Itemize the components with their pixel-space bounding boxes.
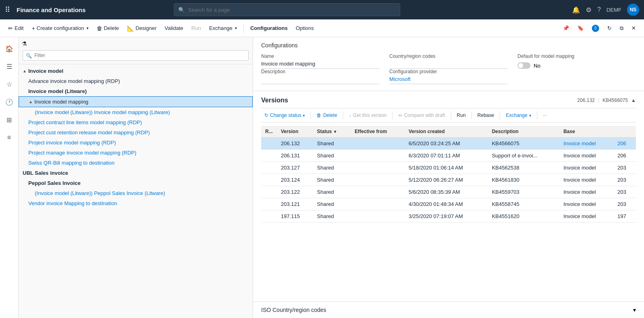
compare-draft-button[interactable]: ⇔ Compare with draft xyxy=(395,111,448,120)
search-input[interactable] xyxy=(188,7,396,13)
bookmark-icon[interactable]: 🔖 xyxy=(574,23,587,33)
edit-button[interactable]: ✏ Edit xyxy=(5,23,27,34)
table-cell: KB4562538 xyxy=(488,162,560,174)
tree-item[interactable]: ▲Invoice model xyxy=(19,66,253,76)
table-row[interactable]: 203.121Shared4/30/2020 01:48:34 AMKB4558… xyxy=(261,198,636,210)
search-box[interactable]: 🔍 xyxy=(174,3,400,16)
col-description: Description xyxy=(488,126,560,138)
top-nav-right: 🔔 ⚙ ? DEMF NS xyxy=(572,4,639,16)
change-status-button[interactable]: ↻ Change status ▾ xyxy=(261,111,308,120)
tree-item-label: (Invoice model (Litware)) Invoice model … xyxy=(35,109,170,115)
tree-item[interactable]: UBL Sales invoice xyxy=(19,168,253,178)
table-cell: Invoice model xyxy=(560,186,614,198)
tree-item-label: Swiss QR-Bill mapping to destination xyxy=(28,160,114,166)
tree-item[interactable]: (Invoice model (Litware)) Invoice model … xyxy=(19,107,253,117)
search-icon: 🔍 xyxy=(178,7,185,13)
delete-button[interactable]: 🗑 Delete xyxy=(93,23,122,34)
help-icon[interactable]: ? xyxy=(597,6,601,13)
tree-item-label: Project manage invoice model mapping (RD… xyxy=(28,150,136,156)
table-cell xyxy=(261,174,277,186)
designer-button[interactable]: 📐 Designer xyxy=(124,23,160,34)
chevron-up-icon[interactable]: ▲ xyxy=(631,98,636,103)
sidebar-menu-icon[interactable]: ☰ xyxy=(2,59,17,74)
description-field: Description xyxy=(261,69,380,84)
iso-section[interactable]: ISO Country/region codes ▾ xyxy=(253,301,644,318)
filter-icon[interactable]: ⚗ xyxy=(22,40,27,47)
table-cell: 203.121 xyxy=(277,198,313,210)
table-row[interactable]: 203.122Shared5/6/2020 08:35:39 AMKB45597… xyxy=(261,186,636,198)
tree-item[interactable]: Project cust retention release model map… xyxy=(19,127,253,138)
rebase-button[interactable]: Rebase xyxy=(474,111,497,120)
toggle-wrap: No xyxy=(517,62,636,69)
versions-delete-button[interactable]: 🗑 Delete xyxy=(313,111,340,120)
more-options-button[interactable]: ··· xyxy=(540,111,550,120)
table-cell: KB4566075 xyxy=(488,138,560,150)
col-effective-from: Effective from xyxy=(351,126,404,138)
sidebar-home-icon[interactable]: 🏠 xyxy=(2,41,17,56)
table-row[interactable]: 206.131Shared6/3/2020 07:01:11 AMSupport… xyxy=(261,150,636,162)
tree-item[interactable]: Peppol Sales Invoice xyxy=(19,178,253,188)
table-row[interactable]: 206.132Shared6/5/2020 03:24:25 AMKB45660… xyxy=(261,138,636,150)
separator xyxy=(243,23,244,33)
action-bar: ✏ Edit + Create configuration ▾ 🗑 Delete… xyxy=(0,19,644,37)
sidebar-favorites-icon[interactable]: ☆ xyxy=(2,77,17,91)
tree-item[interactable]: Project contract line items model mappin… xyxy=(19,117,253,127)
chevron-down-icon-iso: ▾ xyxy=(633,307,636,313)
tree-item[interactable]: Project invoice model mapping (RDP) xyxy=(19,138,253,148)
tree-item[interactable]: ▲Invoice model mapping xyxy=(19,96,253,107)
avatar[interactable]: NS xyxy=(627,4,639,16)
table-cell: KB4559703 xyxy=(488,186,560,198)
table-cell: 206 xyxy=(613,138,636,150)
versions-run-button[interactable]: Run xyxy=(454,111,469,120)
badge-icon[interactable]: 0 xyxy=(589,23,602,34)
table-row[interactable]: 203.124Shared5/12/2020 06:26:27 AMKB4561… xyxy=(261,174,636,186)
delete-icon: 🗑 xyxy=(97,25,102,32)
table-row[interactable]: 203.127Shared5/18/2020 01:06:14 AMKB4562… xyxy=(261,162,636,174)
tree-item-label: Project cust retention release model map… xyxy=(28,129,150,136)
table-cell xyxy=(351,162,404,174)
tree-toggle-icon[interactable]: ▲ xyxy=(29,100,33,104)
versions-exchange-button[interactable]: Exchange ▾ xyxy=(503,111,534,120)
tree-panel: ⚗ 🔍 ▲Invoice modelAdvance invoice model … xyxy=(19,37,253,318)
table-cell: Invoice model xyxy=(560,210,614,223)
table-cell: Shared xyxy=(313,186,351,198)
table-row[interactable]: 197.115Shared3/25/2020 07:19:07 AMKB4551… xyxy=(261,210,636,223)
settings-icon[interactable]: ⚙ xyxy=(586,6,591,14)
open-in-new-icon[interactable]: ⧉ xyxy=(617,23,627,34)
tree-item[interactable]: Swiss QR-Bill mapping to destination xyxy=(19,158,253,168)
waffle-icon[interactable]: ⠿ xyxy=(5,5,10,14)
sidebar-workspaces-icon[interactable]: ⊞ xyxy=(2,112,17,127)
tree-item[interactable]: (Invoice model (Litware)) Peppol Sales I… xyxy=(19,188,253,198)
get-version-button[interactable]: ↓ Get this version xyxy=(346,111,390,120)
sidebar-recent-icon[interactable]: 🕐 xyxy=(2,95,17,109)
close-icon[interactable]: ✕ xyxy=(628,23,639,33)
tree-item[interactable]: Invoice model (Litware) xyxy=(19,86,253,96)
pin-icon[interactable]: 📌 xyxy=(560,23,572,33)
default-mapping-toggle[interactable] xyxy=(517,62,530,69)
tree-filter-input[interactable] xyxy=(23,50,249,61)
exchange-button[interactable]: Exchange ▾ xyxy=(206,23,240,33)
configurations-button[interactable]: Configurations xyxy=(247,23,291,33)
tree-item[interactable]: Project manage invoice model mapping (RD… xyxy=(19,148,253,158)
refresh-icon[interactable]: ↻ xyxy=(604,23,615,33)
table-cell: 197 xyxy=(613,210,636,223)
create-configuration-button[interactable]: + Create configuration ▾ xyxy=(28,23,91,34)
tree-item[interactable]: Vendor invoice Mapping to destination xyxy=(19,198,253,208)
col-status: Status ▼ xyxy=(313,126,351,138)
validate-button[interactable]: Validate xyxy=(161,23,186,33)
chevron-down-icon-exchange: ▾ xyxy=(235,26,237,30)
tree-item-label: Invoice model xyxy=(28,68,63,74)
tree-toggle-icon[interactable]: ▲ xyxy=(23,69,27,73)
run-button[interactable]: Run xyxy=(188,23,204,33)
table-cell: 5/12/2020 06:26:27 AM xyxy=(405,174,488,186)
sidebar-list-icon[interactable]: ≡ xyxy=(2,130,17,145)
tree-item-label: Invoice model mapping xyxy=(34,99,89,105)
options-button[interactable]: Options xyxy=(292,23,317,33)
versions-section: Versions 206.132 | KB4566075 ▲ ↻ Change … xyxy=(253,91,644,301)
notification-icon[interactable]: 🔔 xyxy=(572,6,580,14)
content-header: Configurations Name Invoice model mappin… xyxy=(253,37,644,91)
app-title: Finance and Operations xyxy=(17,6,86,13)
table-cell: Shared xyxy=(313,150,351,162)
sidebar-icons: 🏠 ☰ ☆ 🕐 ⊞ ≡ xyxy=(0,37,19,318)
tree-item[interactable]: Advance invoice model mapping (RDP) xyxy=(19,76,253,86)
